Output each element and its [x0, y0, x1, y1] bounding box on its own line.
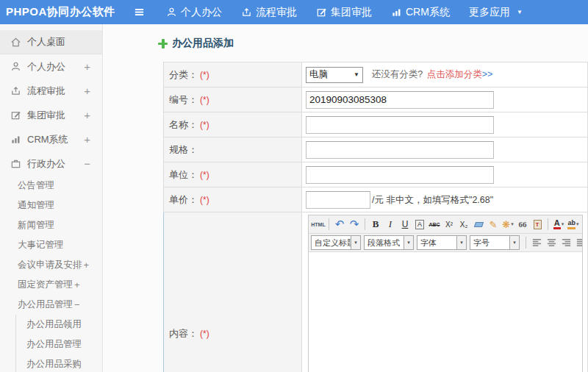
paragraph-format-select[interactable]: 段落格式▾	[364, 235, 414, 250]
editor-content-area[interactable]	[309, 252, 582, 372]
spec-input[interactable]	[306, 141, 494, 159]
redo-button[interactable]: ↷	[347, 217, 362, 232]
expand-plus-icon[interactable]: +	[84, 133, 90, 146]
link-arrows: >>	[482, 69, 493, 79]
nav-item-more-apps[interactable]: 更多应用▼	[469, 6, 523, 19]
required-marker: (*)	[200, 170, 209, 180]
italic-button[interactable]: I	[383, 217, 398, 232]
caret-down-icon[interactable]: ▾	[509, 236, 519, 249]
sidebar-item-personal-desktop[interactable]: 个人桌面	[0, 30, 102, 54]
code-input[interactable]	[306, 91, 494, 109]
editor-toolbar-row1: HTML↶↷BIUAABCX²X₂✎❋▾66TA▾ab▾	[309, 215, 582, 234]
spec-row: 规格：	[164, 137, 588, 162]
flow-icon	[10, 85, 21, 96]
superscript-button[interactable]: X²	[442, 217, 456, 232]
sidebar-item-supplies-manage[interactable]: 办公用品管理	[15, 335, 102, 354]
strikethrough-button[interactable]: ABC	[427, 217, 442, 232]
rich-text-editor: HTML↶↷BIUAABCX²X₂✎❋▾66TA▾ab▾ 自定义标题▾段落格式▾…	[308, 215, 583, 372]
undo-button[interactable]: ↶	[332, 217, 347, 232]
sidebar-item-notice-mgmt[interactable]: 通知管理	[0, 196, 102, 215]
sidebar-item-office-supplies-mgmt[interactable]: 办公用品管理−	[0, 295, 102, 315]
bold-button[interactable]: B	[368, 217, 383, 232]
nav-item-personal-office[interactable]: 个人办公	[166, 6, 222, 19]
category-select[interactable]: 电脑 ▼	[306, 67, 363, 83]
justify-button[interactable]	[573, 235, 582, 250]
edit-icon	[316, 7, 327, 18]
sidebar-item-group-approval[interactable]: 集团审批+	[0, 103, 102, 127]
sidebar-item-personal-office[interactable]: 个人办公+	[0, 54, 102, 79]
sidebar-item-supplies-purchase[interactable]: 办公用品采购	[15, 354, 102, 372]
required-marker: (*)	[200, 195, 209, 205]
align-left-button[interactable]	[529, 235, 544, 250]
hamburger-icon[interactable]	[131, 4, 147, 21]
sidebar-item-label: 集团审批	[27, 109, 65, 122]
font-color-button[interactable]: A▾	[551, 217, 566, 232]
collapse-minus-icon[interactable]: −	[74, 299, 80, 310]
chart-icon	[391, 7, 402, 18]
caret-down-icon[interactable]: ▾	[404, 236, 413, 249]
sidebar-item-news-mgmt[interactable]: 新闻管理	[0, 215, 102, 235]
sidebar-item-meeting-request[interactable]: 会议申请及安排+	[0, 255, 102, 275]
nav-item-label: 更多应用	[469, 6, 510, 19]
blockquote-button[interactable]: 66	[515, 217, 530, 232]
highlight-color-button[interactable]: ab▾	[566, 217, 581, 232]
code-label-cell: 编号：(*)	[164, 87, 302, 112]
nav-item-label: CRM系统	[406, 6, 450, 19]
nav-item-group-approval[interactable]: 集团审批	[316, 6, 372, 19]
sidebar-item-label: 新闻管理	[18, 219, 54, 232]
expand-plus-icon[interactable]: +	[84, 260, 90, 271]
sidebar-item-fixed-assets-mgmt[interactable]: 固定资产管理+	[0, 275, 102, 295]
sidebar-item-events-mgmt[interactable]: 大事记管理	[0, 235, 102, 255]
spec-value-cell	[302, 137, 588, 162]
code-value-cell	[302, 87, 588, 112]
code-row: 编号：(*)	[164, 87, 588, 112]
caret-down-icon: ▼	[354, 71, 359, 78]
name-input[interactable]	[306, 116, 494, 134]
expand-plus-icon[interactable]: +	[74, 279, 80, 290]
sidebar-item-label: 会议申请及安排	[18, 259, 82, 271]
caret-down-icon[interactable]: ▾	[456, 236, 466, 249]
caret-down-icon[interactable]: ▾	[351, 236, 360, 249]
category-select-value: 电脑	[309, 68, 328, 81]
topbar: PHPOA协同办公软件 个人办公流程审批集团审批CRM系统更多应用▼	[0, 0, 588, 24]
expand-plus-icon[interactable]: +	[84, 85, 90, 97]
sidebar-item-announcement-mgmt[interactable]: 公告管理	[0, 176, 102, 196]
subscript-button[interactable]: X₂	[456, 217, 471, 232]
collapse-minus-icon[interactable]: −	[84, 157, 90, 170]
align-right-button[interactable]	[559, 235, 573, 250]
quick-format-button[interactable]: ❋▾	[501, 217, 515, 232]
sidebar-item-label: 个人办公	[27, 60, 65, 74]
app-logo: PHPOA协同办公软件	[0, 5, 131, 19]
text-border-button[interactable]: A	[412, 217, 427, 232]
nav-item-crm-system[interactable]: CRM系统	[391, 6, 450, 19]
add-category-link[interactable]: 点击添加分类>>	[427, 69, 493, 79]
unit-input[interactable]	[306, 166, 494, 184]
font-size-select[interactable]: 字号▾	[470, 235, 520, 250]
custom-heading-select[interactable]: 自定义标题▾	[311, 235, 361, 250]
price-input[interactable]	[306, 191, 370, 209]
align-center-button[interactable]	[544, 235, 559, 250]
font-family-select[interactable]: 字体▾	[417, 235, 467, 250]
nav-item-label: 流程审批	[256, 6, 297, 19]
underline-button[interactable]: U	[398, 217, 412, 232]
unit-value-cell	[302, 162, 588, 187]
format-painter-button[interactable]: ✎	[486, 217, 501, 232]
sidebar-item-supplies-claim[interactable]: 办公用品领用	[15, 315, 102, 335]
sidebar-item-label: 办公用品管理	[26, 338, 82, 351]
nav-item-workflow-approval[interactable]: 流程审批	[241, 6, 297, 19]
html-source-button[interactable]: HTML	[311, 217, 326, 232]
nav-item-label: 个人办公	[181, 6, 222, 19]
expand-plus-icon[interactable]: +	[84, 60, 90, 73]
sidebar-item-admin-office[interactable]: 行政办公−	[0, 151, 102, 176]
field-label: 单位：	[169, 169, 198, 180]
toolbar-separator	[365, 218, 365, 230]
required-marker: (*)	[200, 329, 209, 339]
paste-text-button[interactable]: T	[530, 217, 545, 232]
expand-plus-icon[interactable]: +	[84, 109, 90, 121]
field-label: 分类：	[169, 69, 198, 80]
sidebar-item-workflow-approval[interactable]: 流程审批+	[0, 79, 102, 103]
sidebar-item-crm-system[interactable]: CRM系统+	[0, 127, 102, 151]
sidebar-item-label: 固定资产管理	[18, 279, 73, 291]
remove-format-button[interactable]	[471, 217, 486, 232]
field-label: 内容：	[169, 328, 198, 339]
